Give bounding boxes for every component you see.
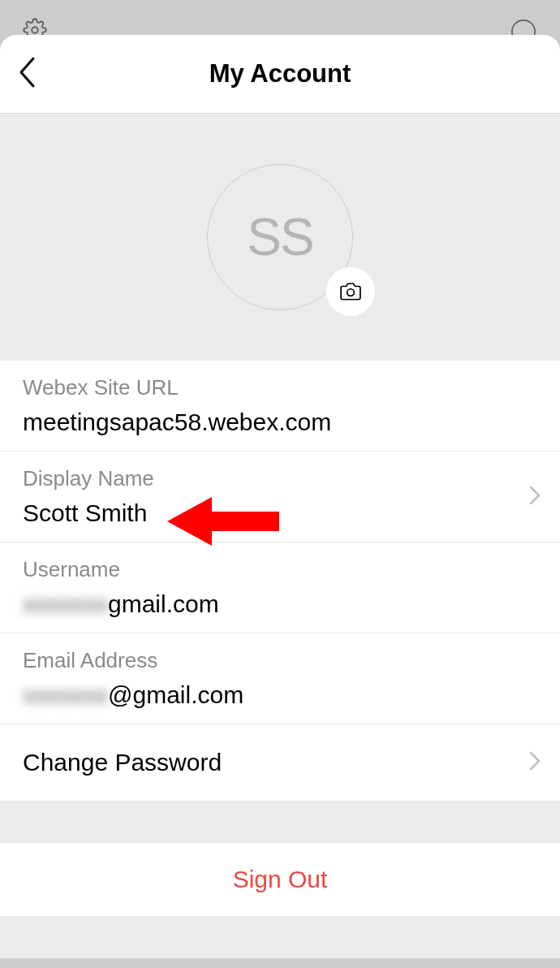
back-button[interactable] [18,56,37,92]
change-photo-button[interactable] [326,267,375,316]
change-password-label: Change Password [23,749,537,776]
username-suffix: gmail.com [108,590,219,617]
email-row: Email Address xxxxxxx@gmail.com [0,633,560,724]
camera-icon [340,281,361,302]
site-url-value: meetingsapac58.webex.com [23,408,537,436]
display-name-label: Display Name [23,466,537,491]
header: My Account [0,35,560,114]
spacer [0,916,560,958]
email-blurred-prefix: xxxxxxx [23,681,108,709]
change-password-row[interactable]: Change Password [0,724,560,801]
site-url-label: Webex Site URL [23,375,537,400]
display-name-value: Scott Smith [23,499,537,527]
display-name-row[interactable]: Display Name Scott Smith [0,452,560,542]
avatar-initials: SS [247,207,312,267]
email-value: xxxxxxx@gmail.com [23,681,537,709]
svg-point-0 [32,27,38,33]
username-label: Username [23,557,537,582]
username-value: xxxxxxxgmail.com [23,590,537,618]
avatar-section: SS [0,114,560,361]
chevron-right-icon [529,486,541,508]
site-url-row: Webex Site URL meetingsapac58.webex.com [0,361,560,452]
chevron-right-icon [529,751,541,774]
svg-point-2 [347,289,355,296]
page-title: My Account [0,59,560,89]
username-row: Username xxxxxxxgmail.com [0,542,560,633]
email-suffix: @gmail.com [108,681,243,708]
details-section: Webex Site URL meetingsapac58.webex.com … [0,361,560,801]
spacer [0,801,560,843]
username-blurred-prefix: xxxxxxx [23,590,108,618]
sign-out-button[interactable]: Sign Out [0,843,560,916]
avatar: SS [207,164,353,310]
sign-out-label: Sign Out [0,866,560,893]
email-label: Email Address [23,648,537,673]
